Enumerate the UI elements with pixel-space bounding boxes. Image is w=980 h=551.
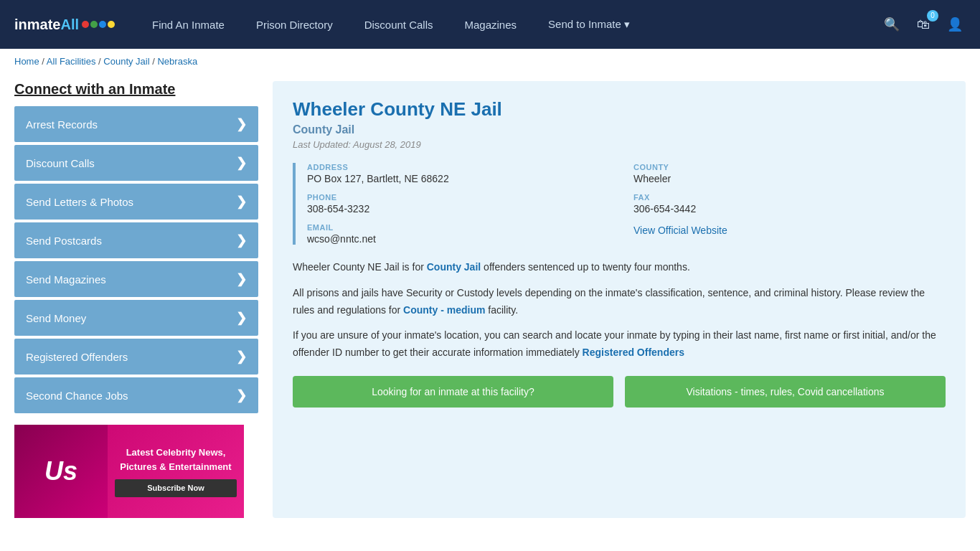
- circle-blue: [99, 21, 106, 28]
- breadcrumb-home[interactable]: Home: [14, 56, 39, 67]
- nav-right: 🔍 🛍 0 👤: [881, 14, 966, 35]
- main-content: Connect with an Inmate Arrest Records ❯ …: [0, 74, 980, 540]
- sidebar-title: Connect with an Inmate: [14, 81, 258, 98]
- logo-circles: [82, 21, 115, 28]
- email-label: EMAIL: [307, 223, 619, 232]
- email-block: EMAIL wcso@nntc.net: [307, 223, 619, 245]
- breadcrumb: Home / All Facilities / County Jail / Ne…: [0, 49, 980, 74]
- county-value: Wheeler: [633, 173, 946, 184]
- sidebar-send-letters[interactable]: Send Letters & Photos ❯: [14, 184, 258, 220]
- chevron-right-icon: ❯: [236, 194, 247, 209]
- logo-text-inmate: inmate: [14, 17, 60, 33]
- chevron-right-icon: ❯: [236, 271, 247, 287]
- fax-block: FAX 306-654-3442: [633, 193, 946, 215]
- sidebar-ad: Us Latest Celebrity News, Pictures & Ent…: [14, 425, 244, 518]
- sidebar-discount-calls-label: Discount Calls: [26, 157, 95, 169]
- address-value: PO Box 127, Bartlett, NE 68622: [307, 173, 619, 184]
- facility-type: County Jail: [293, 123, 946, 136]
- phone-label: PHONE: [307, 193, 619, 202]
- nav-links: Find An Inmate Prison Directory Discount…: [136, 0, 881, 49]
- county-label: COUNTY: [633, 163, 946, 171]
- sidebar-send-letters-label: Send Letters & Photos: [26, 196, 133, 208]
- sidebar-arrest-records[interactable]: Arrest Records ❯: [14, 106, 258, 142]
- ad-headline: Latest Celebrity News, Pictures & Entert…: [120, 447, 231, 472]
- circle-red: [82, 21, 89, 28]
- description-paragraph-1: Wheeler County NE Jail is for County Jai…: [293, 259, 946, 276]
- search-icon[interactable]: 🔍: [881, 14, 903, 35]
- sidebar-registered-offenders-label: Registered Offenders: [26, 351, 128, 363]
- registered-offenders-link[interactable]: Registered Offenders: [583, 347, 684, 358]
- email-value: wcso@nntc.net: [307, 233, 619, 245]
- nav-magazines[interactable]: Magazines: [449, 0, 533, 49]
- chevron-right-icon: ❯: [236, 232, 247, 248]
- sidebar-discount-calls[interactable]: Discount Calls ❯: [14, 145, 258, 181]
- logo[interactable]: inmateAll: [14, 17, 115, 33]
- description-paragraph-2: All prisons and jails have Security or C…: [293, 285, 946, 319]
- facility-updated: Last Updated: August 28, 2019: [293, 139, 946, 150]
- sidebar-arrest-records-label: Arrest Records: [26, 118, 98, 131]
- address-block: ADDRESS PO Box 127, Bartlett, NE 68622: [307, 163, 619, 184]
- fax-value: 306-654-3442: [633, 203, 946, 215]
- phone-value: 308-654-3232: [307, 203, 619, 215]
- fax-label: FAX: [633, 193, 946, 202]
- ad-image-area: Us: [14, 425, 108, 518]
- cart-badge[interactable]: 🛍 0: [914, 14, 933, 35]
- chevron-right-icon: ❯: [236, 116, 247, 132]
- county-medium-link[interactable]: County - medium: [403, 304, 485, 316]
- action-buttons: Looking for an inmate at this facility? …: [293, 376, 946, 408]
- county-jail-link[interactable]: County Jail: [427, 261, 481, 273]
- sidebar-second-chance-jobs[interactable]: Second Chance Jobs ❯: [14, 377, 258, 413]
- description-paragraph-3: If you are unsure of your inmate's locat…: [293, 327, 946, 362]
- ad-subscribe-button[interactable]: Subscribe Now: [115, 479, 237, 497]
- sidebar-send-money-label: Send Money: [26, 312, 86, 324]
- address-label: ADDRESS: [307, 163, 619, 171]
- sidebar-registered-offenders[interactable]: Registered Offenders ❯: [14, 339, 258, 375]
- nav-send-to-inmate[interactable]: Send to Inmate ▾: [532, 0, 646, 49]
- chevron-right-icon: ❯: [236, 155, 247, 171]
- nav-find-an-inmate[interactable]: Find An Inmate: [136, 0, 240, 49]
- circle-yellow: [108, 21, 115, 28]
- facility-name: Wheeler County NE Jail: [293, 98, 946, 121]
- phone-block: PHONE 308-654-3232: [307, 193, 619, 215]
- description-block: Wheeler County NE Jail is for County Jai…: [293, 259, 946, 362]
- sidebar-second-chance-jobs-label: Second Chance Jobs: [26, 390, 128, 402]
- ad-text-block: Latest Celebrity News, Pictures & Entert…: [108, 438, 244, 504]
- cart-count: 0: [927, 10, 938, 22]
- website-block: View Official Website: [633, 223, 946, 245]
- sidebar-send-magazines[interactable]: Send Magazines ❯: [14, 261, 258, 297]
- chevron-right-icon: ❯: [236, 387, 247, 403]
- breadcrumb-county-jail[interactable]: County Jail: [103, 56, 149, 67]
- sidebar-send-postcards[interactable]: Send Postcards ❯: [14, 222, 258, 258]
- sidebar-send-money[interactable]: Send Money ❯: [14, 300, 258, 336]
- view-official-website-link[interactable]: View Official Website: [633, 225, 727, 236]
- detail-panel: Wheeler County NE Jail County Jail Last …: [273, 81, 966, 518]
- sidebar-send-postcards-label: Send Postcards: [26, 235, 102, 247]
- ad-logo: Us: [44, 456, 77, 486]
- chevron-right-icon: ❯: [236, 349, 247, 364]
- navigation: inmateAll Find An Inmate Prison Director…: [0, 0, 980, 49]
- chevron-right-icon: ❯: [236, 310, 247, 326]
- user-icon[interactable]: 👤: [944, 14, 966, 35]
- breadcrumb-all-facilities[interactable]: All Facilities: [47, 56, 96, 67]
- sidebar: Connect with an Inmate Arrest Records ❯ …: [14, 81, 258, 518]
- nav-prison-directory[interactable]: Prison Directory: [240, 0, 349, 49]
- info-grid: ADDRESS PO Box 127, Bartlett, NE 68622 C…: [293, 163, 946, 245]
- visitations-button[interactable]: Visitations - times, rules, Covid cancel…: [625, 376, 946, 408]
- circle-green: [90, 21, 98, 28]
- looking-for-inmate-button[interactable]: Looking for an inmate at this facility?: [293, 376, 613, 408]
- nav-discount-calls[interactable]: Discount Calls: [349, 0, 449, 49]
- breadcrumb-state[interactable]: Nebraska: [157, 56, 197, 67]
- logo-text-all: All: [60, 17, 79, 33]
- county-block: COUNTY Wheeler: [633, 163, 946, 184]
- sidebar-send-magazines-label: Send Magazines: [26, 273, 106, 286]
